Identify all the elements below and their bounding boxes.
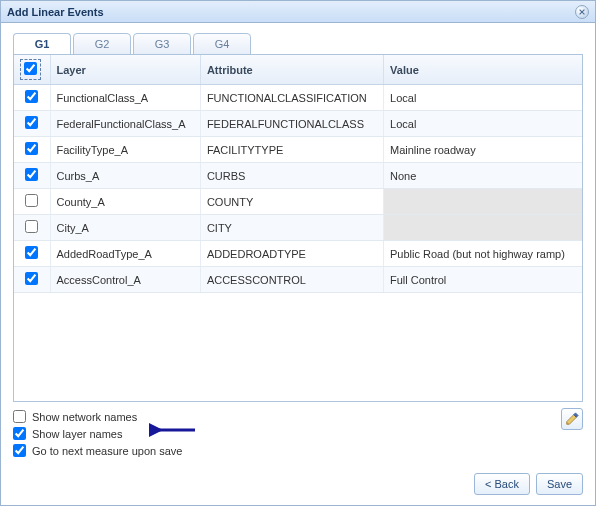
- cell-attribute: CITY: [200, 215, 383, 241]
- cell-layer: AccessControl_A: [50, 267, 200, 293]
- tab-g4[interactable]: G4: [193, 33, 251, 55]
- cell-layer: County_A: [50, 189, 200, 215]
- cell-layer: FederalFunctionalClass_A: [50, 111, 200, 137]
- option-go-next-measure[interactable]: Go to next measure upon save: [13, 444, 583, 457]
- cell-layer: FacilityType_A: [50, 137, 200, 163]
- window-title: Add Linear Events: [7, 6, 104, 18]
- footer: < Back Save: [1, 465, 595, 505]
- cell-attribute: ACCESSCONTROL: [200, 267, 383, 293]
- tab-g3[interactable]: G3: [133, 33, 191, 55]
- content-area: G1G2G3G4 Layer Attribute Value: [1, 23, 595, 465]
- tab-g1[interactable]: G1: [13, 33, 71, 55]
- cell-layer: City_A: [50, 215, 200, 241]
- row-checkbox[interactable]: [25, 194, 38, 207]
- cell-value: [384, 189, 582, 215]
- row-checkbox[interactable]: [25, 272, 38, 285]
- cell-value[interactable]: Local: [384, 85, 582, 111]
- cell-value[interactable]: Full Control: [384, 267, 582, 293]
- cell-layer: Curbs_A: [50, 163, 200, 189]
- option-label: Go to next measure upon save: [32, 445, 182, 457]
- close-button[interactable]: [575, 5, 589, 19]
- row-checkbox[interactable]: [25, 220, 38, 233]
- cell-layer: FunctionalClass_A: [50, 85, 200, 111]
- row-checkbox[interactable]: [25, 246, 38, 259]
- select-all-checkbox[interactable]: [24, 62, 37, 75]
- tabstrip: G1G2G3G4: [13, 33, 583, 55]
- option-show-network-names[interactable]: Show network names: [13, 410, 583, 423]
- cell-value[interactable]: Mainline roadway: [384, 137, 582, 163]
- show-network-names-checkbox[interactable]: [13, 410, 26, 423]
- cell-attribute: COUNTY: [200, 189, 383, 215]
- table-row[interactable]: FunctionalClass_AFUNCTIONALCLASSIFICATIO…: [14, 85, 582, 111]
- cell-value[interactable]: None: [384, 163, 582, 189]
- table-row[interactable]: AccessControl_AACCESSCONTROLFull Control: [14, 267, 582, 293]
- go-next-measure-checkbox[interactable]: [13, 444, 26, 457]
- tab-panel: Layer Attribute Value FunctionalClass_AF…: [13, 54, 583, 402]
- row-checkbox[interactable]: [25, 168, 38, 181]
- table-row[interactable]: FacilityType_AFACILITYTYPEMainline roadw…: [14, 137, 582, 163]
- show-layer-names-checkbox[interactable]: [13, 427, 26, 440]
- table-row[interactable]: County_ACOUNTY: [14, 189, 582, 215]
- options-area: Show network names Show layer names Go t…: [13, 402, 583, 457]
- events-table: Layer Attribute Value FunctionalClass_AF…: [14, 55, 582, 293]
- cell-attribute: ADDEDROADTYPE: [200, 241, 383, 267]
- table-row[interactable]: Curbs_ACURBSNone: [14, 163, 582, 189]
- save-button[interactable]: Save: [536, 473, 583, 495]
- edit-button[interactable]: [561, 408, 583, 430]
- cell-layer: AddedRoadType_A: [50, 241, 200, 267]
- titlebar: Add Linear Events: [1, 1, 595, 23]
- cell-attribute: FUNCTIONALCLASSIFICATION: [200, 85, 383, 111]
- add-linear-events-window: Add Linear Events G1G2G3G4: [0, 0, 596, 506]
- col-header-attribute[interactable]: Attribute: [200, 55, 383, 85]
- row-checkbox[interactable]: [25, 142, 38, 155]
- table-row[interactable]: City_ACITY: [14, 215, 582, 241]
- row-checkbox[interactable]: [25, 116, 38, 129]
- tab-g2[interactable]: G2: [73, 33, 131, 55]
- table-row[interactable]: AddedRoadType_AADDEDROADTYPEPublic Road …: [14, 241, 582, 267]
- cell-attribute: FACILITYTYPE: [200, 137, 383, 163]
- row-checkbox[interactable]: [25, 90, 38, 103]
- cell-attribute: CURBS: [200, 163, 383, 189]
- table-row[interactable]: FederalFunctionalClass_AFEDERALFUNCTIONA…: [14, 111, 582, 137]
- pencil-icon: [565, 412, 579, 426]
- option-show-layer-names[interactable]: Show layer names: [13, 427, 583, 440]
- col-header-layer[interactable]: Layer: [50, 55, 200, 85]
- col-header-value[interactable]: Value: [384, 55, 582, 85]
- option-label: Show network names: [32, 411, 137, 423]
- cell-value[interactable]: Local: [384, 111, 582, 137]
- cell-value[interactable]: Public Road (but not highway ramp): [384, 241, 582, 267]
- back-button[interactable]: < Back: [474, 473, 530, 495]
- close-icon: [578, 8, 586, 16]
- cell-value: [384, 215, 582, 241]
- cell-attribute: FEDERALFUNCTIONALCLASS: [200, 111, 383, 137]
- col-header-checkbox: [14, 55, 50, 85]
- option-label: Show layer names: [32, 428, 123, 440]
